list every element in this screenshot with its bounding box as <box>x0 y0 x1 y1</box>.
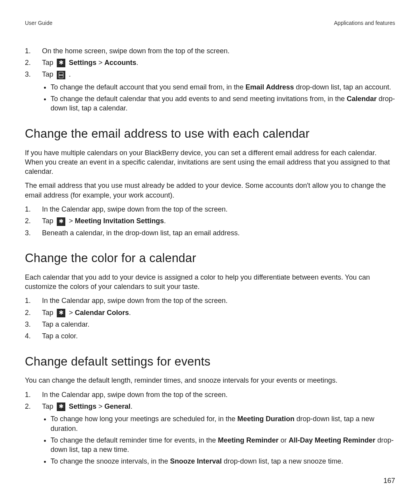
text: > <box>67 217 75 225</box>
text: drop-down list, tap a new snooze time. <box>222 457 343 465</box>
heading-change-defaults: Change default settings for events <box>25 354 395 370</box>
heading-change-email: Change the email address to use with eac… <box>25 126 395 142</box>
paragraph: You can change the default length, remin… <box>25 376 395 385</box>
bold: Settings <box>69 59 96 66</box>
bold: Calendar <box>347 95 377 103</box>
step: In the Calendar app, swipe down from the… <box>25 205 395 214</box>
sec1-steps: In the Calendar app, swipe down from the… <box>25 205 395 238</box>
text: To change the default account that you s… <box>51 83 245 91</box>
bullet: To change the default reminder time for … <box>51 436 395 455</box>
text: To change the snooze intervals, in the <box>51 457 170 465</box>
step: Tap Settings > General. To change how lo… <box>25 402 395 466</box>
sub-bullets: To change how long your meetings are sch… <box>42 414 395 466</box>
header-left: User Guide <box>25 19 52 27</box>
paragraph: If you have multiple calendars on your B… <box>25 148 395 177</box>
bold: Meeting Reminder <box>218 436 278 444</box>
gear-icon <box>57 217 65 226</box>
text: . <box>136 59 138 66</box>
bold: Email Address <box>245 83 294 91</box>
step: Beneath a calendar, in the drop-down lis… <box>25 228 395 238</box>
intro-steps: On the home screen, swipe down from the … <box>25 46 395 113</box>
step: Tap a color. <box>25 331 395 341</box>
step: Tap > Calendar Colors. <box>25 308 395 317</box>
paragraph: The email address that you use must alre… <box>25 181 395 200</box>
bold: Calendar Colors <box>75 309 129 317</box>
gear-icon <box>57 309 65 317</box>
sec3-steps: In the Calendar app, swipe down from the… <box>25 390 395 466</box>
text: > <box>67 309 75 317</box>
page-header: User Guide Applications and features <box>25 19 395 27</box>
text: Tap <box>42 217 55 225</box>
set-defaults-icon <box>57 71 65 79</box>
step: In the Calendar app, swipe down from the… <box>25 390 395 399</box>
paragraph: Each calendar that you add to your devic… <box>25 273 395 292</box>
text: drop-down list, tap an account. <box>294 83 391 91</box>
step-2: Tap Settings > Accounts. <box>25 58 395 67</box>
text: Tap <box>42 402 55 410</box>
step-3: Tap . To change the default account that… <box>25 70 395 113</box>
step: Tap > Meeting Invitation Settings. <box>25 216 395 226</box>
bold: Meeting Duration <box>237 415 294 423</box>
bold: Accounts <box>105 59 136 66</box>
text: . <box>131 402 133 410</box>
bullet: To change how long your meetings are sch… <box>51 414 395 433</box>
bullet: To change the snooze intervals, in the S… <box>51 457 395 466</box>
text: . <box>67 70 71 78</box>
step-1: On the home screen, swipe down from the … <box>25 46 395 56</box>
text: > <box>96 59 105 66</box>
bold: Meeting Invitation Settings <box>75 217 164 225</box>
text: . <box>164 217 166 225</box>
text: . <box>129 309 131 317</box>
sec2-steps: In the Calendar app, swipe down from the… <box>25 296 395 341</box>
step: Tap a calendar. <box>25 320 395 329</box>
text: > <box>96 402 105 410</box>
bullet: To change the default calendar that you … <box>51 94 395 113</box>
bold: Snooze Interval <box>170 457 222 465</box>
text: Tap <box>42 70 55 78</box>
bullet: To change the default account that you s… <box>51 82 395 92</box>
sub-bullets: To change the default account that you s… <box>42 82 395 113</box>
page-number: 167 <box>383 476 395 485</box>
gear-icon <box>57 402 65 411</box>
text: To change how long your meetings are sch… <box>51 415 237 423</box>
gear-icon <box>57 59 65 67</box>
heading-change-color: Change the color for a calendar <box>25 250 395 266</box>
bold: All-Day Meeting Reminder <box>289 436 375 444</box>
bold: Settings <box>69 402 96 410</box>
header-right: Applications and features <box>334 19 395 27</box>
text: Tap <box>42 309 55 317</box>
text: Tap <box>42 59 55 66</box>
text: To change the default reminder time for … <box>51 436 218 444</box>
text: To change the default calendar that you … <box>51 95 347 103</box>
text: or <box>278 436 289 444</box>
step: In the Calendar app, swipe down from the… <box>25 296 395 305</box>
bold: General <box>105 402 131 410</box>
